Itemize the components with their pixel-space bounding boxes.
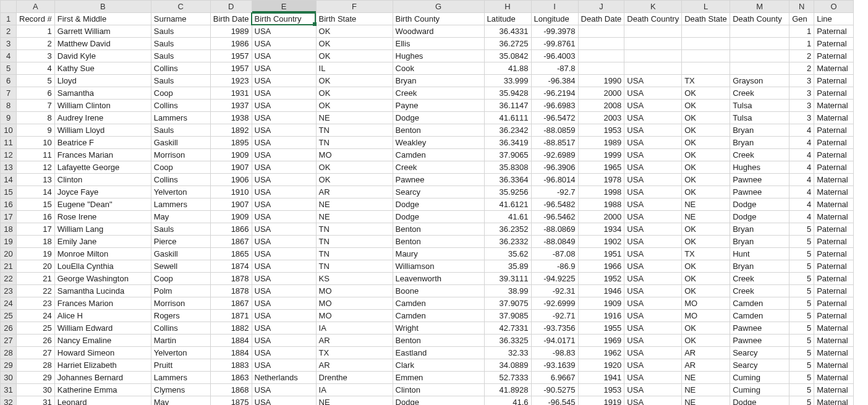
cell[interactable]: Searcy xyxy=(730,347,789,359)
row-header[interactable]: 25 xyxy=(1,310,17,322)
cell[interactable]: USA xyxy=(252,248,316,260)
cell[interactable]: Yelverton xyxy=(151,347,210,359)
cell[interactable]: 7 xyxy=(17,100,55,112)
cell[interactable]: Sauls xyxy=(151,50,210,62)
cell[interactable]: 35.9256 xyxy=(484,186,531,198)
cell[interactable]: Benton xyxy=(393,335,484,347)
cell[interactable]: 8 xyxy=(17,112,55,124)
row-header[interactable]: 23 xyxy=(1,285,17,297)
cell[interactable]: -96.545 xyxy=(531,396,578,406)
table-row[interactable]: 2322Samantha LucindaPolm1878USAMOBoone38… xyxy=(1,285,854,297)
cell[interactable]: MO xyxy=(682,297,730,310)
cell[interactable]: USA xyxy=(252,161,316,174)
cell[interactable]: Yelverton xyxy=(151,186,210,198)
cell[interactable]: Camden xyxy=(730,310,789,322)
cell[interactable]: USA xyxy=(252,335,316,347)
cell[interactable]: 1902 xyxy=(578,236,624,248)
cell[interactable]: 29 xyxy=(17,372,55,384)
cell[interactable]: Payne xyxy=(393,100,484,112)
cell[interactable]: USA xyxy=(624,372,682,384)
cell[interactable]: NE xyxy=(682,396,730,406)
cell[interactable]: Joyce Faye xyxy=(54,186,151,198)
cell[interactable]: USA xyxy=(624,335,682,347)
cell[interactable]: USA xyxy=(624,137,682,149)
cell[interactable]: William Clinton xyxy=(54,100,151,112)
cell[interactable]: 36.2352 xyxy=(484,223,531,236)
cell[interactable]: USA xyxy=(624,347,682,359)
cell[interactable]: 5 xyxy=(789,396,814,406)
cell[interactable]: 1952 xyxy=(578,273,624,285)
cell[interactable]: 1863 xyxy=(210,372,252,384)
cell[interactable] xyxy=(730,50,789,62)
cell[interactable]: OK xyxy=(316,75,393,87)
cell[interactable]: 26 xyxy=(17,335,55,347)
cell[interactable]: OK xyxy=(682,285,730,297)
cell[interactable]: 5 xyxy=(789,347,814,359)
cell[interactable]: Cook xyxy=(393,62,484,75)
row-header[interactable]: 6 xyxy=(1,75,17,87)
cell[interactable]: MO xyxy=(316,285,393,297)
cell[interactable]: 1988 xyxy=(578,198,624,211)
cell[interactable]: OK xyxy=(682,236,730,248)
cell[interactable]: Bryan xyxy=(730,124,789,137)
cell[interactable]: Coop xyxy=(151,87,210,100)
cell[interactable]: Sauls xyxy=(151,124,210,137)
row-header[interactable]: 29 xyxy=(1,359,17,372)
row-header[interactable]: 3 xyxy=(1,38,17,50)
cell[interactable]: 1969 xyxy=(578,335,624,347)
cell[interactable]: Alice H xyxy=(54,310,151,322)
cell[interactable]: 1 xyxy=(789,38,814,50)
column-header-row[interactable]: ABCDEFGHIJKLMNO xyxy=(1,1,854,13)
header-cell[interactable]: Death State xyxy=(682,13,730,25)
cell[interactable] xyxy=(730,25,789,38)
cell[interactable]: 32.33 xyxy=(484,347,531,359)
cell[interactable]: 16 xyxy=(17,211,55,223)
cell[interactable]: May xyxy=(151,211,210,223)
cell[interactable]: 1875 xyxy=(210,396,252,406)
cell[interactable]: Bryan xyxy=(730,223,789,236)
cell[interactable]: 4 xyxy=(789,124,814,137)
cell[interactable]: Maternal xyxy=(814,359,854,372)
cell[interactable]: Collins xyxy=(151,62,210,75)
cell[interactable]: USA xyxy=(252,236,316,248)
cell[interactable]: 1884 xyxy=(210,347,252,359)
cell[interactable]: Maternal xyxy=(814,372,854,384)
cell[interactable]: 24 xyxy=(17,310,55,322)
cell[interactable] xyxy=(682,38,730,50)
cell[interactable]: OK xyxy=(316,50,393,62)
table-row[interactable]: 1514Joyce FayeYelverton1910USAARSearcy35… xyxy=(1,186,854,198)
cell[interactable]: Eugene "Dean" xyxy=(54,198,151,211)
cell[interactable]: Dodge xyxy=(393,396,484,406)
cell[interactable]: 1919 xyxy=(578,396,624,406)
row-header[interactable]: 24 xyxy=(1,297,17,310)
cell[interactable]: Paternal xyxy=(814,285,854,297)
cell[interactable]: 4 xyxy=(789,149,814,161)
cell[interactable]: 1871 xyxy=(210,310,252,322)
cell[interactable]: Bryan xyxy=(393,75,484,87)
table-row[interactable]: 3130Katherine EmmaClymens1868USAIAClinto… xyxy=(1,384,854,396)
cell[interactable]: May xyxy=(151,396,210,406)
cell[interactable]: Creek xyxy=(730,87,789,100)
cell[interactable]: USA xyxy=(252,112,316,124)
col-header-B[interactable]: B xyxy=(54,1,151,13)
cell[interactable]: OK xyxy=(682,335,730,347)
cell[interactable]: TN xyxy=(316,124,393,137)
cell[interactable]: 42.7331 xyxy=(484,322,531,335)
cell[interactable]: Maternal xyxy=(814,396,854,406)
table-row[interactable]: 76SamanthaCoop1931USAOKCreek35.9428-96.2… xyxy=(1,87,854,100)
cell[interactable]: Monroe Milton xyxy=(54,248,151,260)
cell[interactable]: Sauls xyxy=(151,25,210,38)
cell[interactable]: OK xyxy=(682,161,730,174)
cell[interactable]: 13 xyxy=(17,174,55,186)
cell[interactable]: Clinton xyxy=(54,174,151,186)
header-cell[interactable]: Record # xyxy=(17,13,55,25)
table-row[interactable]: 1817William LangSauls1866USATNBenton36.2… xyxy=(1,223,854,236)
col-header-D[interactable]: D xyxy=(210,1,252,13)
cell[interactable]: Dodge xyxy=(730,198,789,211)
cell[interactable]: IA xyxy=(316,384,393,396)
cell[interactable]: 5 xyxy=(789,285,814,297)
cell[interactable]: 1878 xyxy=(210,273,252,285)
table-row[interactable]: 2928Harriet ElizabethPruitt1883USAARClar… xyxy=(1,359,854,372)
cell[interactable]: USA xyxy=(624,75,682,87)
header-cell[interactable]: Birth State xyxy=(316,13,393,25)
